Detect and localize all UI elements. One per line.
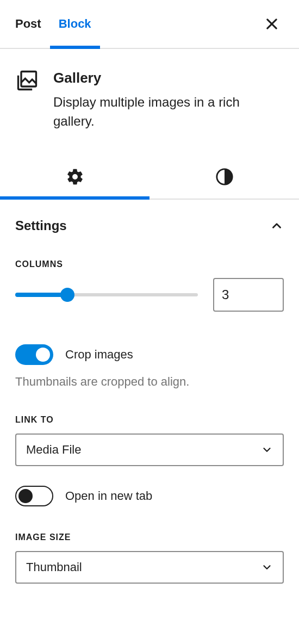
image-size-select[interactable]: Thumbnail xyxy=(15,551,284,584)
sidebar-tabs: Post Block xyxy=(0,0,299,49)
gallery-icon xyxy=(15,69,39,92)
settings-panel: Settings Columns 3 Crop images Thumbnail… xyxy=(0,200,299,584)
columns-value: 3 xyxy=(222,287,229,302)
settings-section-toggle[interactable]: Settings xyxy=(15,200,284,249)
columns-slider[interactable] xyxy=(15,289,198,300)
crop-images-help: Thumbnails are cropped to align. xyxy=(15,375,284,389)
columns-label: Columns xyxy=(15,259,284,269)
close-icon xyxy=(264,16,279,32)
image-size-value: Thumbnail xyxy=(26,560,82,574)
tab-block[interactable]: Block xyxy=(50,0,100,48)
columns-control: 3 xyxy=(15,278,284,312)
crop-images-row: Crop images xyxy=(15,344,284,365)
link-to-select[interactable]: Media File xyxy=(15,434,284,466)
inspector-tabs xyxy=(0,155,299,200)
link-to-label: Link to xyxy=(15,415,284,425)
block-description: Display multiple images in a rich galler… xyxy=(53,93,284,131)
open-new-tab-row: Open in new tab xyxy=(15,486,284,506)
chevron-up-icon xyxy=(270,219,284,233)
columns-input[interactable]: 3 xyxy=(213,278,284,312)
tab-block-label: Block xyxy=(59,17,91,31)
settings-section-title: Settings xyxy=(15,218,67,233)
tab-post-label: Post xyxy=(15,17,41,31)
tab-styles[interactable] xyxy=(149,155,299,199)
block-card: Gallery Display multiple images in a ric… xyxy=(0,49,299,144)
chevron-down-icon xyxy=(261,444,273,456)
styles-icon xyxy=(215,168,234,186)
close-button[interactable] xyxy=(260,12,284,36)
image-size-label: Image size xyxy=(15,532,284,542)
open-new-tab-toggle[interactable] xyxy=(15,486,53,506)
crop-images-label: Crop images xyxy=(65,348,133,362)
slider-thumb[interactable] xyxy=(60,288,74,302)
crop-images-toggle[interactable] xyxy=(15,344,53,365)
tab-settings[interactable] xyxy=(0,155,149,199)
tab-post[interactable]: Post xyxy=(15,0,50,48)
chevron-down-icon xyxy=(261,561,273,573)
block-title: Gallery xyxy=(53,70,284,86)
open-new-tab-label: Open in new tab xyxy=(65,489,152,503)
gear-icon xyxy=(66,168,84,186)
link-to-value: Media File xyxy=(26,443,81,457)
